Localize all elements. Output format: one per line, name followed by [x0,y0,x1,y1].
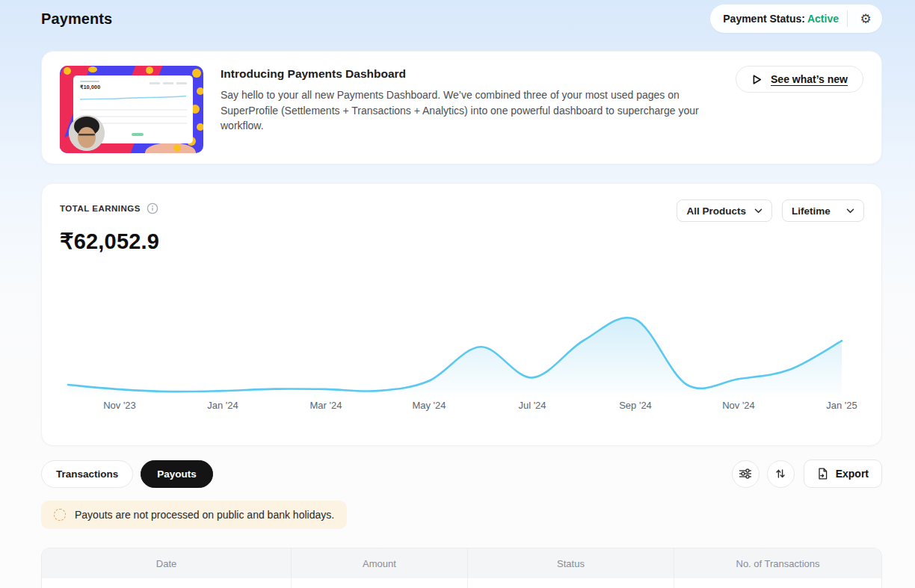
x-axis-tick-label: Jan '25 [826,400,857,411]
export-label: Export [836,468,869,480]
sort-arrows-icon [775,468,786,479]
dashed-circle-icon [54,509,66,521]
file-export-icon [817,468,828,480]
export-button[interactable]: Export [804,459,882,488]
sliders-icon [739,468,752,479]
play-icon [751,74,762,85]
x-axis-tick-label: Nov '23 [103,400,136,411]
x-axis-tick-label: Nov '24 [722,400,755,411]
mini-chart [80,90,187,104]
product-filter-value: All Products [686,205,746,217]
x-axis-tick-label: Mar '24 [310,400,342,411]
column-header-amount: Amount [292,548,468,578]
payout-holiday-notice: Payouts are not processed on public and … [41,501,347,529]
tab-payouts[interactable]: Payouts [141,460,213,488]
mini-label-bar [80,81,99,82]
info-icon[interactable] [147,202,158,214]
x-axis-tick-label: Jan '24 [207,400,238,411]
banner-description: Say hello to your all new Payments Dashb… [221,87,718,134]
table-row [42,578,881,588]
banner-thumbnail[interactable]: ₹10,000 [60,66,203,153]
table-header-row: Date Amount Status No. of Transactions [42,548,881,578]
topbar: Payments Payment Status:Active ⚙ [0,0,915,33]
earnings-chart-area: Nov '23Jan '24Mar '24May '24Jul '24Sep '… [60,266,864,415]
payouts-table: Date Amount Status No. of Transactions [41,548,882,588]
mini-amount: ₹10,000 [80,84,100,90]
gear-icon: ⚙ [860,13,871,25]
avatar [69,115,105,151]
banner-title: Introducing Payments Dashboard [221,67,718,81]
intro-banner-card: ₹10,000 [41,51,882,164]
payment-status-value: Active [807,13,839,25]
x-axis-tick-label: Sep '24 [619,400,652,411]
chevron-down-icon [754,208,762,214]
payments-page: Payments Payment Status:Active ⚙ [0,0,915,588]
total-earnings-card: TOTAL EARNINGS All Products Lifetime [41,183,882,446]
see-whats-new-button[interactable]: See what’s new [736,66,863,93]
mini-status-badge [132,133,144,136]
period-filter-value: Lifetime [792,205,831,217]
x-axis-tick-label: May '24 [412,400,446,411]
chart-area-fill [68,318,842,395]
payment-status-label: Payment Status: [723,13,805,25]
mini-dashboard-header: ₹10,000 [80,81,187,90]
earnings-chart: Nov '23Jan '24Mar '24May '24Jul '24Sep '… [60,266,865,415]
mini-filters [150,82,187,84]
earnings-filters: All Products Lifetime [677,199,864,222]
page-title: Payments [41,10,112,28]
payment-status-text: Payment Status:Active [723,13,839,25]
tab-transactions[interactable]: Transactions [41,460,133,488]
settings-button[interactable]: ⚙ [856,9,875,28]
filter-button[interactable] [732,460,760,488]
product-filter-dropdown[interactable]: All Products [677,199,772,222]
tabs-toolbar-row: Transactions Payouts [41,459,882,488]
divider [847,10,848,27]
column-header-status: Status [468,548,674,578]
column-header-date: Date [42,548,292,578]
total-earnings-label: TOTAL EARNINGS [60,204,141,213]
chevron-down-icon [846,208,854,214]
payment-status-pill: Payment Status:Active ⚙ [710,4,882,33]
period-filter-dropdown[interactable]: Lifetime [782,199,864,222]
column-header-transactions: No. of Transactions [674,548,881,578]
sort-button[interactable] [767,460,795,488]
banner-text: Introducing Payments Dashboard Say hello… [221,66,718,134]
total-earnings-amount: ₹62,052.9 [60,229,864,254]
notice-text: Payouts are not processed on public and … [75,509,334,521]
see-whats-new-label: See what’s new [771,73,848,85]
x-axis-tick-label: Jul '24 [518,400,546,411]
